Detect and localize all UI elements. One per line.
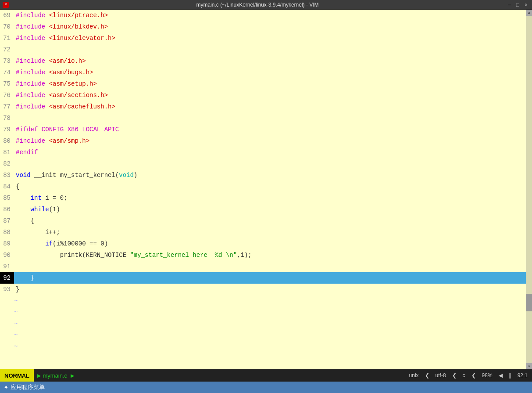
line-number — [0, 306, 14, 318]
status-encoding: unix — [409, 372, 419, 379]
line-number: 80 — [0, 135, 14, 147]
table-row: 89 if(i%100000 == 0) — [0, 238, 526, 249]
line-number: 77 — [0, 101, 14, 112]
code-lines: 69 #include <linux/ptrace.h> 70 #include… — [0, 10, 526, 352]
table-row: 85 int i = 0; — [0, 192, 526, 204]
table-row: 87 { — [0, 215, 526, 227]
table-row: 72 — [0, 44, 526, 55]
table-row: 90 printk(KERN_NOTICE "my_start_kernel h… — [0, 249, 526, 261]
line-number: 78 — [0, 112, 14, 124]
table-row: 77 #include <asm/cacheflush.h> — [0, 101, 526, 112]
close-button[interactable]: × — [3, 2, 9, 8]
taskbar: ✦ 应用程序菜单 — [0, 382, 532, 393]
table-row: 80 #include <asm/smp.h> — [0, 135, 526, 147]
line-content — [14, 112, 526, 124]
line-content: int i = 0; — [14, 192, 526, 204]
line-content: #include <asm/sections.h> — [14, 90, 526, 101]
line-number: 86 — [0, 204, 14, 215]
table-row: 82 — [0, 158, 526, 169]
line-number: 93 — [0, 284, 14, 295]
line-number: 81 — [0, 147, 14, 158]
line-content: i++; — [14, 227, 526, 238]
line-number: 88 — [0, 227, 14, 238]
line-number: 91 — [0, 261, 14, 272]
line-number: 71 — [0, 32, 14, 44]
table-row: 79 #ifdef CONFIG_X86_LOCAL_APIC — [0, 124, 526, 135]
status-chevron3: ❮ — [471, 372, 476, 379]
line-content — [14, 158, 526, 169]
status-arrow-icon: ▶ — [37, 372, 41, 379]
status-bar: NORMAL ▶ mymain.c ▶ unix ❮ utf-8 ❮ c ❮ 9… — [0, 369, 532, 382]
list-item: ~ — [0, 341, 526, 352]
scroll-down-arrow[interactable]: ▼ — [526, 363, 532, 369]
scroll-up-arrow[interactable]: ▲ — [526, 10, 532, 16]
table-row: 81 #endif — [0, 147, 526, 158]
status-filename: mymain.c — [43, 372, 67, 379]
line-content: #include <linux/elevator.h> — [14, 32, 526, 44]
line-content: #include <asm/smp.h> — [14, 135, 526, 147]
table-row: 83 void __init my_start_kernel(void) — [0, 169, 526, 181]
scrollbar-track[interactable] — [526, 16, 532, 363]
status-chevron1: ❮ — [425, 372, 429, 379]
tilde-char: ~ — [14, 318, 18, 329]
table-row: 73 #include <asm/io.h> — [0, 55, 526, 67]
minimize-button[interactable]: – — [506, 2, 513, 8]
line-content: #endif — [14, 147, 526, 158]
line-number: 70 — [0, 21, 14, 32]
app-menu-button[interactable]: ✦ 应用程序菜单 — [4, 383, 45, 391]
scrollbar-thumb[interactable] — [526, 294, 532, 311]
title-bar-left: × — [3, 2, 9, 8]
table-row: 76 #include <asm/sections.h> — [0, 90, 526, 101]
vim-mode: NORMAL — [0, 369, 34, 382]
line-content: #include <linux/blkdev.h> — [14, 21, 526, 32]
close-icon: × — [4, 3, 7, 7]
line-number: 76 — [0, 90, 14, 101]
line-number: 82 — [0, 158, 14, 169]
status-filetype: c — [463, 372, 465, 379]
line-content: { — [14, 215, 526, 227]
list-item: ~ — [0, 295, 526, 306]
line-number: 72 — [0, 44, 14, 55]
line-content: void __init my_start_kernel(void) — [14, 169, 526, 181]
line-number: 87 — [0, 215, 14, 227]
table-row: 88 i++; — [0, 227, 526, 238]
status-right: unix ❮ utf-8 ❮ c ❮ 98% ◀ ‖ 92:1 — [407, 372, 532, 379]
code-area[interactable]: 69 #include <linux/ptrace.h> 70 #include… — [0, 10, 526, 369]
line-content: #include <asm/setup.h> — [14, 78, 526, 90]
line-content: printk(KERN_NOTICE "my_start_kernel here… — [14, 249, 526, 261]
line-content: #ifdef CONFIG_X86_LOCAL_APIC — [14, 124, 526, 135]
line-number: 75 — [0, 78, 14, 90]
editor-container: 69 #include <linux/ptrace.h> 70 #include… — [0, 10, 532, 369]
table-row: 78 — [0, 112, 526, 124]
app-menu-icon: ✦ — [4, 384, 9, 391]
tilde-char: ~ — [14, 306, 18, 318]
tilde-char: ~ — [14, 295, 18, 306]
window-close-button[interactable]: × — [523, 2, 529, 8]
table-row: 70 #include <linux/blkdev.h> — [0, 21, 526, 32]
line-content: { — [14, 181, 526, 192]
line-content: } — [14, 272, 526, 284]
maximize-button[interactable]: □ — [514, 2, 521, 8]
line-number — [0, 295, 14, 306]
table-row: 71 #include <linux/elevator.h> — [0, 32, 526, 44]
list-item: ~ — [0, 318, 526, 329]
status-arrow2-icon: ▶ — [71, 372, 74, 379]
line-number: 92 — [0, 272, 14, 284]
status-position: 92:1 — [518, 372, 528, 379]
table-row: 86 while(1) — [0, 204, 526, 215]
title-bar-controls: – □ × — [506, 2, 529, 8]
table-row: 74 #include <asm/bugs.h> — [0, 67, 526, 78]
status-chevron2: ❮ — [452, 372, 457, 379]
scrollbar[interactable]: ▲ ▼ — [526, 10, 532, 369]
line-number: 90 — [0, 249, 14, 261]
line-content — [14, 44, 526, 55]
line-number: 84 — [0, 181, 14, 192]
table-row: 84 { — [0, 181, 526, 192]
title-bar: × mymain.c (~/LinuxKernel/linux-3.9.4/my… — [0, 0, 532, 10]
line-number: 74 — [0, 67, 14, 78]
line-number: 83 — [0, 169, 14, 181]
table-row: 91 — [0, 261, 526, 272]
status-format: utf-8 — [436, 372, 446, 379]
window-title: mymain.c (~/LinuxKernel/linux-3.9.4/myke… — [9, 2, 506, 8]
line-content: #include <asm/bugs.h> — [14, 67, 526, 78]
